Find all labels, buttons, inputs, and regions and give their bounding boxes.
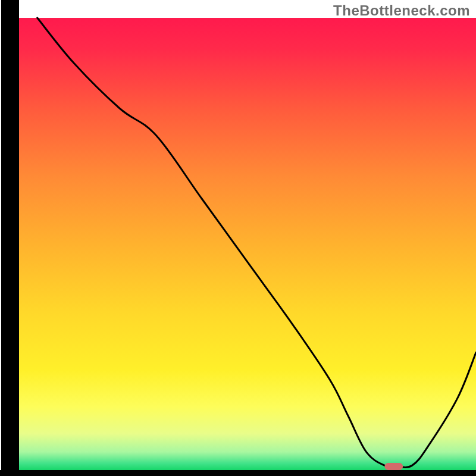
watermark-text: TheBottleneck.com: [333, 2, 470, 19]
chart-svg: [0, 0, 476, 476]
x-axis: [0, 470, 476, 476]
optimal-marker: [384, 463, 403, 470]
bottleneck-chart: TheBottleneck.com: [0, 0, 476, 476]
y-axis: [1, 0, 19, 476]
plot-background: [19, 18, 476, 470]
